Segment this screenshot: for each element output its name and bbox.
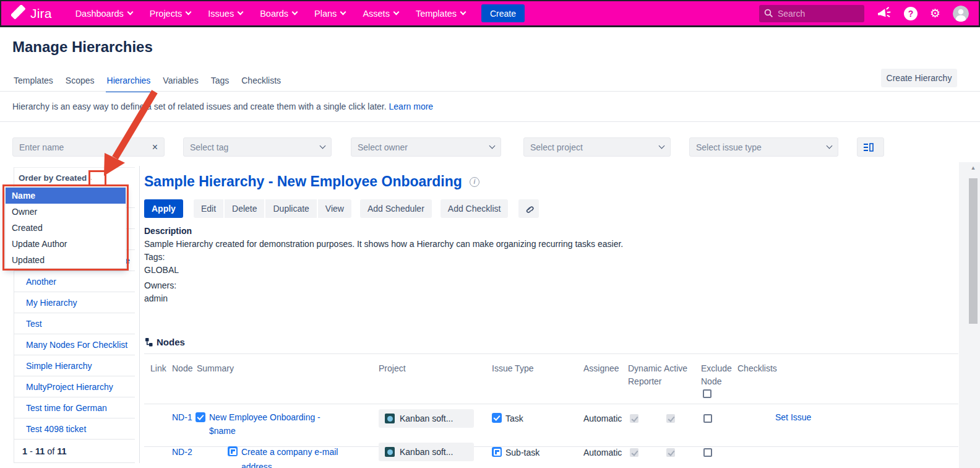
delete-button[interactable]: Delete	[225, 199, 264, 218]
list-item[interactable]: My Hierarchy	[14, 292, 135, 313]
learn-more-link[interactable]: Learn more	[389, 102, 434, 111]
col-link: Link	[150, 362, 166, 375]
tab-hierarchies[interactable]: Hierarchies	[106, 74, 152, 92]
scrollbar-up-arrow[interactable]: ▲	[969, 165, 978, 171]
create-button[interactable]: Create	[481, 4, 525, 22]
chevron-down-icon	[238, 9, 244, 15]
divider	[0, 121, 980, 122]
copy-link-button[interactable]	[518, 199, 539, 218]
set-issue-link[interactable]: Set Issue	[775, 412, 811, 422]
tab-variables[interactable]: Variables	[161, 74, 199, 92]
node-summary-link[interactable]: New Employee Onboarding -	[209, 412, 320, 422]
nav-boards[interactable]: Boards	[260, 9, 297, 19]
sort-option-created[interactable]: Created	[6, 220, 126, 236]
node-id-link[interactable]: ND-2	[172, 447, 192, 457]
node-summary-link-line2[interactable]: $name	[209, 426, 236, 436]
col-project: Project	[379, 362, 406, 375]
exclude-all-checkbox[interactable]	[703, 389, 711, 398]
issue-type-filter-select[interactable]: Select issue type	[689, 137, 838, 157]
list-item[interactable]: Test	[14, 313, 135, 334]
sort-option-owner[interactable]: Owner	[6, 204, 126, 220]
project-select[interactable]: Kanban soft...	[379, 409, 474, 428]
node-id-link[interactable]: ND-1	[172, 412, 192, 422]
chevron-down-icon	[292, 9, 298, 15]
apply-button[interactable]: Apply	[144, 199, 183, 218]
clear-icon[interactable]: ×	[152, 142, 158, 152]
info-icon[interactable]: i	[470, 177, 479, 187]
list-item[interactable]: Test time for German	[14, 397, 135, 418]
node-summary-link[interactable]: Create a company e-mail	[241, 447, 338, 457]
tab-scopes[interactable]: Scopes	[64, 74, 96, 92]
name-filter-input[interactable]: Enter name ×	[12, 137, 165, 157]
order-by-label[interactable]: Order by Created↓	[19, 173, 97, 183]
sort-dropdown-menu: Name Owner Created Update Author Updated	[5, 187, 126, 269]
nav-plans[interactable]: Plans	[314, 9, 345, 19]
manage-hierarchies-page: Jira Dashboards Projects Issues Boards P…	[0, 0, 980, 468]
active-checkbox	[666, 448, 675, 457]
tab-tags[interactable]: Tags	[210, 74, 231, 92]
nav-issues[interactable]: Issues	[208, 9, 243, 19]
columns-view-button[interactable]	[857, 137, 884, 157]
top-nav: Jira Dashboards Projects Issues Boards P…	[0, 0, 980, 27]
jira-logo[interactable]: Jira	[11, 5, 52, 22]
add-scheduler-button[interactable]: Add Scheduler	[360, 199, 432, 218]
active-checkbox	[666, 414, 675, 423]
dynamic-reporter-checkbox	[630, 414, 638, 423]
duplicate-button[interactable]: Duplicate	[265, 199, 316, 218]
divider	[144, 404, 958, 404]
sort-option-update-author[interactable]: Update Author	[6, 236, 126, 252]
list-item[interactable]: MultyProject Hierarchy	[14, 376, 135, 397]
tab-templates[interactable]: Templates	[12, 74, 54, 92]
nav-templates[interactable]: Templates	[416, 9, 465, 19]
tab-checklists[interactable]: Checklists	[240, 74, 282, 92]
sort-option-updated[interactable]: Updated	[6, 252, 126, 268]
owner-filter-select[interactable]: Select owner	[351, 137, 501, 157]
chevron-down-icon	[460, 9, 466, 15]
action-button-group: Edit Delete Duplicate View	[194, 199, 351, 218]
view-button[interactable]: View	[318, 199, 351, 218]
nav-right-cluster: ? ⚙	[759, 5, 969, 22]
list-item[interactable]: Another	[14, 271, 135, 292]
col-node: Node	[172, 362, 192, 375]
nav-projects[interactable]: Projects	[150, 9, 191, 19]
list-item[interactable]: Many Nodes For Checklist	[14, 334, 135, 355]
list-item[interactable]: Test 4098 ticket	[14, 418, 135, 440]
nav-dashboards[interactable]: Dashboards	[75, 9, 132, 19]
divider	[144, 353, 958, 354]
tag-filter-select[interactable]: Select tag	[183, 137, 332, 157]
nav-search[interactable]	[759, 5, 864, 22]
order-by-dropdown-button[interactable]	[92, 173, 103, 184]
exclude-node-checkbox[interactable]	[703, 448, 712, 457]
main-menu: Dashboards Projects Issues Boards Plans …	[75, 9, 465, 19]
project-select[interactable]: Kanban soft...	[379, 443, 474, 461]
col-dynamic-reporter: Dynamic Reporter	[628, 362, 668, 388]
nav-assets[interactable]: Assets	[363, 9, 398, 19]
user-avatar[interactable]	[953, 6, 969, 22]
list-item[interactable]: Simple Hierarchy	[14, 355, 135, 376]
exclude-node-checkbox[interactable]	[703, 414, 712, 423]
dynamic-reporter-checkbox	[630, 448, 638, 457]
description-text: Sample Hierarchy created for demonstrati…	[144, 238, 623, 251]
chevron-down-icon	[340, 9, 346, 15]
col-summary: Summary	[197, 362, 234, 375]
chevron-down-icon	[489, 143, 496, 149]
settings-gear-icon[interactable]: ⚙	[930, 7, 940, 19]
col-exclude-node: Exclude Node	[701, 362, 736, 388]
help-icon[interactable]: ?	[904, 7, 918, 20]
pagination: 1-11of11	[14, 440, 135, 463]
edit-button[interactable]: Edit	[194, 199, 223, 218]
project-filter-select[interactable]: Select project	[523, 137, 671, 157]
sort-option-name[interactable]: Name	[6, 188, 126, 204]
scrollbar-thumb[interactable]	[969, 178, 978, 324]
announcements-megaphone-icon[interactable]	[876, 6, 892, 20]
hierarchy-description: Description Sample Hierarchy created for…	[144, 225, 623, 305]
chevron-down-icon	[393, 9, 399, 15]
divider	[0, 91, 980, 92]
subtask-icon	[492, 447, 502, 457]
chevron-down-icon	[659, 143, 665, 149]
search-input[interactable]	[759, 5, 864, 22]
add-checklist-button[interactable]: Add Checklist	[441, 199, 509, 218]
chevron-down-icon	[827, 143, 833, 149]
create-hierarchy-button[interactable]: Create Hierarchy	[881, 69, 957, 87]
node-summary-link-line2[interactable]: address	[241, 462, 272, 468]
